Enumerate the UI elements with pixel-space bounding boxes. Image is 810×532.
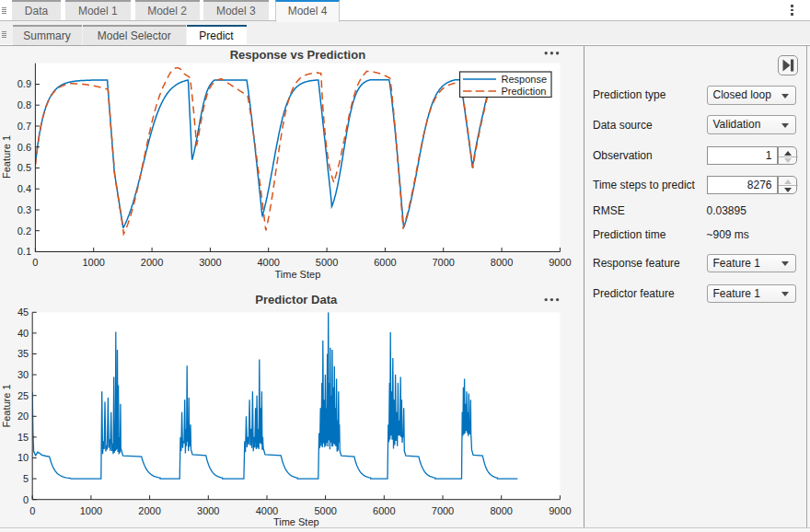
svg-text:0.2: 0.2 <box>17 226 31 237</box>
svg-text:Time Step: Time Step <box>275 269 321 280</box>
svg-text:7000: 7000 <box>432 257 454 268</box>
svg-text:5000: 5000 <box>316 257 338 268</box>
svg-text:4000: 4000 <box>256 505 278 516</box>
svg-text:Feature 1: Feature 1 <box>1 135 12 179</box>
svg-text:Prediction: Prediction <box>502 86 547 97</box>
svg-text:0.1: 0.1 <box>17 246 31 257</box>
svg-text:0: 0 <box>32 257 38 268</box>
svg-text:30: 30 <box>17 369 29 380</box>
svg-text:35: 35 <box>17 348 29 359</box>
svg-text:0.6: 0.6 <box>17 142 31 153</box>
svg-text:8000: 8000 <box>491 257 513 268</box>
svg-text:9000: 9000 <box>549 505 571 516</box>
svg-text:20: 20 <box>17 411 29 422</box>
svg-text:Feature 1: Feature 1 <box>1 384 12 427</box>
svg-text:0.9: 0.9 <box>17 78 31 89</box>
svg-text:2000: 2000 <box>138 505 160 516</box>
svg-text:15: 15 <box>17 432 29 443</box>
svg-text:0.5: 0.5 <box>17 162 31 173</box>
svg-text:10: 10 <box>17 452 29 463</box>
svg-text:8000: 8000 <box>490 505 512 516</box>
svg-text:0.7: 0.7 <box>17 121 31 132</box>
svg-text:1000: 1000 <box>82 257 104 268</box>
svg-text:5: 5 <box>23 473 29 484</box>
svg-text:4000: 4000 <box>257 257 279 268</box>
svg-text:Response: Response <box>502 74 548 85</box>
svg-text:25: 25 <box>17 390 29 401</box>
svg-text:3000: 3000 <box>197 505 219 516</box>
svg-text:Response vs Prediction: Response vs Prediction <box>230 48 365 62</box>
svg-text:0: 0 <box>23 494 29 505</box>
svg-text:2000: 2000 <box>141 257 163 268</box>
svg-text:7000: 7000 <box>432 505 454 516</box>
svg-text:0.4: 0.4 <box>17 183 31 194</box>
svg-text:1000: 1000 <box>80 505 102 516</box>
svg-text:Time Step: Time Step <box>273 516 319 527</box>
svg-text:9000: 9000 <box>549 257 571 268</box>
svg-text:6000: 6000 <box>373 505 395 516</box>
svg-text:3000: 3000 <box>199 257 221 268</box>
svg-text:0.3: 0.3 <box>17 204 31 215</box>
svg-text:45: 45 <box>17 306 29 318</box>
svg-text:0.8: 0.8 <box>17 99 31 110</box>
svg-text:Predictor Data: Predictor Data <box>255 293 338 306</box>
svg-text:6000: 6000 <box>374 257 396 268</box>
svg-text:5000: 5000 <box>314 505 336 516</box>
svg-text:0: 0 <box>29 505 35 516</box>
svg-text:40: 40 <box>17 328 29 339</box>
